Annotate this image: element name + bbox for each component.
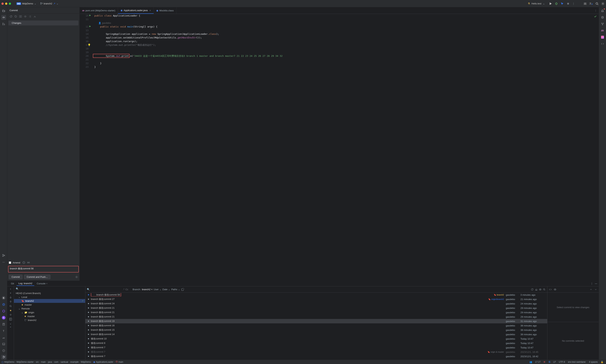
zoom-window-icon[interactable] [9, 2, 11, 5]
more-icon[interactable]: ⋮ [594, 9, 597, 12]
branch-remote-master[interactable]: ★master [14, 314, 85, 318]
star-icon[interactable]: ★ [10, 309, 12, 312]
run-icon[interactable] [549, 2, 552, 5]
translate-icon[interactable]: 文A [589, 2, 593, 5]
more-icon[interactable]: ⋮ [572, 2, 575, 5]
commits-search-input[interactable] [91, 288, 122, 291]
breadcrumb-item[interactable]: ⓜ main [116, 360, 123, 364]
commit-and-push-button[interactable]: Commit and Push... [24, 275, 50, 279]
close-icon[interactable]: × [46, 282, 48, 285]
run-gutter-icon[interactable] [89, 14, 91, 16]
git-tool-icon[interactable] [1, 355, 6, 360]
run-config-selector[interactable]: ⚗ Hello.test ⌄ [526, 1, 546, 6]
commit-row[interactable]: branch 修改commit 21gaodebo29 minutes ago [85, 314, 547, 319]
breadcrumb-item[interactable]: com [54, 361, 58, 363]
run-gutter-icon[interactable] [89, 25, 91, 27]
date-filter[interactable]: Date ⌄ [162, 288, 170, 291]
breadcrumb-item[interactable]: sankuai [60, 361, 68, 363]
status-shield-icon[interactable]: ⛨ [542, 361, 547, 363]
branch-local-master[interactable]: ★master [14, 303, 85, 307]
more-icon[interactable]: ⋮ [591, 282, 593, 285]
eye-icon[interactable] [553, 288, 556, 291]
status-indexing-icon[interactable]: 👥 [528, 361, 533, 363]
structure-tool-icon[interactable] [1, 253, 6, 258]
branch-head[interactable]: HEAD (Current Branch) [14, 291, 85, 295]
branch-remote-group[interactable]: ⌄Remote [14, 307, 85, 311]
breadcrumb-item[interactable]: ▢ MdpDemo [1, 361, 14, 363]
more-tool-icon[interactable]: ⋯ [1, 260, 6, 264]
status-indent[interactable]: 4 spaces [588, 361, 599, 363]
status-lock-icon[interactable]: 🔓 [600, 361, 605, 363]
branch-filter-value[interactable]: branch2 × [142, 288, 153, 291]
editor-tab-pom[interactable]: m pom.xml (MdpDemo-starter) [80, 7, 118, 14]
database-icon[interactable] [600, 15, 605, 20]
outgoing-icon[interactable] [9, 300, 12, 303]
collapse-icon[interactable] [33, 15, 36, 18]
branch-local-branch2[interactable]: 🔖branch2↗ [14, 299, 85, 303]
eye-icon[interactable] [24, 15, 27, 18]
settings-icon[interactable] [601, 2, 605, 5]
search-icon[interactable] [543, 288, 546, 291]
branch-local-group[interactable]: ⌄Local [14, 295, 85, 299]
incoming-icon[interactable] [9, 296, 12, 299]
status-env[interactable]: env:test swimlane: [567, 361, 587, 363]
bookmark-tool-icon[interactable] [1, 322, 6, 327]
notifications-icon[interactable] [600, 8, 605, 13]
plus-icon[interactable]: + [10, 292, 11, 294]
s-badge-icon[interactable]: S [1, 296, 6, 300]
diff-icon[interactable] [19, 15, 22, 18]
breadcrumb-item[interactable]: java [48, 361, 52, 363]
problems-tool-icon[interactable] [1, 348, 6, 353]
project-selector[interactable]: MD MdpDemo ⌄ [15, 1, 38, 6]
changelist-icon[interactable] [28, 15, 31, 18]
circle-icon[interactable] [1, 309, 6, 313]
spiral-icon[interactable] [1, 302, 6, 307]
match-case-label[interactable]: Cc [125, 288, 128, 291]
gradient-icon[interactable] [600, 35, 605, 39]
layout-icon[interactable] [9, 318, 12, 321]
commit-row[interactable]: branch 修改commit 16gaodebo38 minutes ago [85, 323, 547, 328]
commit-tool-icon[interactable] [1, 15, 6, 20]
vcs-tab-log[interactable]: Log: branch2 [17, 281, 34, 286]
commit-button[interactable]: Commit [9, 275, 23, 279]
cherry-pick-icon[interactable] [535, 288, 538, 291]
changes-group[interactable]: Changes [8, 21, 79, 26]
vcs-tab-git[interactable]: Git [9, 281, 16, 286]
commit-message-input[interactable] [8, 266, 79, 272]
commit-row[interactable]: branch 修改commit 19gaodebo31 minutes ago [85, 319, 547, 323]
commit-row[interactable]: 修改master 7gaodebo2023/12/1, 16:39 [85, 359, 547, 360]
expand-icon[interactable] [549, 288, 552, 291]
user-filter[interactable]: User ⌄ [154, 288, 161, 291]
project-tool-icon[interactable] [1, 8, 6, 13]
commit-row[interactable]: 修改commit 7🔖origin & mastergaodebo2023/12… [85, 350, 547, 354]
dev-icon[interactable] [600, 41, 605, 46]
minimize-window-icon[interactable] [5, 2, 7, 5]
editor-body[interactable]: 10public class ApplicationLoader { 11 👤g… [80, 14, 599, 281]
refresh-icon[interactable] [10, 15, 13, 18]
branch-selector[interactable]: branch2 ↗ ⌄ [38, 1, 60, 6]
s-purple-icon[interactable]: S [1, 315, 6, 320]
chevron-up-icon[interactable]: ⌃ [10, 326, 12, 329]
close-window-icon[interactable] [1, 2, 4, 5]
build-tool-icon[interactable] [1, 335, 6, 340]
commit-row[interactable]: branch 修改commit 27🔖origin/branch2gaodebo… [85, 297, 547, 301]
breadcrumb-item[interactable]: src [36, 361, 39, 363]
stop-icon[interactable] [566, 2, 570, 5]
chevron-left-icon[interactable]: ‹ [10, 287, 11, 290]
status-line-sep[interactable]: LF [552, 361, 557, 363]
editor-tab-application-loader[interactable]: ◉ ApplicationLoader.java × [118, 7, 154, 14]
commit-row[interactable]: 修改commit 7gaodeboToday 10:47 [85, 345, 547, 350]
down-icon[interactable] [594, 288, 597, 291]
dependencies-icon[interactable] [600, 22, 605, 26]
commit-row[interactable]: branch 修改commit 56🔖branch2gaodebo3 minut… [85, 293, 547, 297]
amend-checkbox[interactable] [9, 261, 11, 264]
breadcrumb-item[interactable]: main [41, 361, 46, 363]
commit-row[interactable]: 修改commit 8gaodeboToday 10:47 [85, 341, 547, 345]
commit-row[interactable]: branch 修改commit 14gaodebo38 minutes ago [85, 332, 547, 337]
vcs-tab-console[interactable]: Console × [35, 281, 50, 286]
terminal-tool-icon[interactable] [1, 342, 6, 346]
breadcrumb-item[interactable]: MdpDemo-starter [16, 361, 34, 363]
editor-tab-mockito[interactable]: ◉ Mockito.class [154, 7, 176, 14]
gear-icon[interactable] [9, 313, 12, 316]
branch-origin-group[interactable]: ⌄📁origin [14, 311, 85, 314]
